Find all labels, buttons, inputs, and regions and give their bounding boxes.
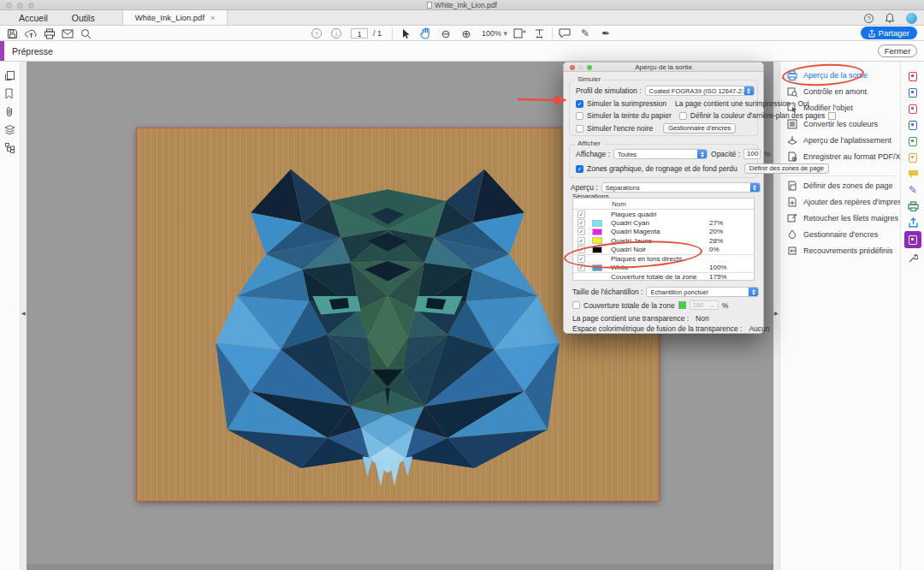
- sample-size-select[interactable]: Echantillon ponctuel: [646, 287, 759, 297]
- page-thumbnails-icon[interactable]: [4, 70, 16, 82]
- comment-tool-icon[interactable]: [907, 168, 919, 180]
- window-title: White_Ink_Lion.pdf: [427, 1, 497, 9]
- page-background-label: Définir la couleur d'arrière-plan des pa…: [690, 111, 826, 120]
- tools-strip: ✎: [900, 62, 924, 570]
- bookmarks-icon[interactable]: [4, 88, 16, 100]
- dialog-titlebar[interactable]: Aperçu de la sortie: [564, 62, 763, 72]
- tool-set-page-boxes[interactable]: Définir des zones de page: [787, 181, 893, 191]
- printer-marks-icon: [787, 197, 797, 207]
- email-icon[interactable]: [61, 27, 74, 40]
- ink-manager-button[interactable]: Gestionnaire d'encres: [663, 123, 736, 134]
- organize-pages-icon[interactable]: [907, 103, 919, 115]
- dialog-zoom-icon[interactable]: [587, 65, 592, 70]
- comment-icon[interactable]: [558, 27, 572, 40]
- plate-checkbox[interactable]: ✓: [578, 219, 585, 227]
- previous-page-icon[interactable]: ↑: [310, 27, 323, 40]
- tool-save-pdfx[interactable]: Enregistrer au format PDF/X: [787, 151, 901, 162]
- page-boxes-icon: [787, 181, 797, 191]
- right-pane-splitter[interactable]: ▶: [773, 62, 779, 570]
- tab-tools[interactable]: Outils: [60, 10, 107, 25]
- collapse-right-icon[interactable]: ▶: [774, 310, 779, 316]
- tool-ink-manager[interactable]: Gestionnaire d'encres: [787, 229, 878, 240]
- panel-divider: [785, 175, 895, 176]
- print-icon[interactable]: [43, 27, 56, 40]
- fit-width-icon[interactable]: [532, 27, 546, 40]
- export-pages-icon[interactable]: [907, 151, 919, 163]
- create-pdf-icon[interactable]: [907, 70, 919, 82]
- simulate-paper-checkbox[interactable]: [576, 112, 583, 120]
- plate-checkbox[interactable]: ✓: [578, 211, 585, 218]
- opacity-input[interactable]: 100: [743, 149, 761, 159]
- send-share-icon[interactable]: [907, 217, 919, 229]
- save-icon[interactable]: [5, 27, 19, 40]
- preview-mode-select[interactable]: Séparations: [601, 182, 761, 193]
- next-page-icon[interactable]: ↓: [329, 27, 343, 40]
- tool-add-printer-marks[interactable]: Ajouter des repères d'impression: [787, 197, 915, 207]
- tool-convert-colors[interactable]: Convertir les couleurs: [787, 119, 878, 129]
- edit-pdf-icon[interactable]: [907, 119, 919, 131]
- coverage-percent-label: %: [722, 301, 729, 310]
- tool-fix-hairlines[interactable]: Retoucher les filets maigres: [787, 213, 898, 223]
- page-zones-label: Zones graphique, de rognage et de fond p…: [587, 164, 737, 173]
- close-tab-icon[interactable]: ×: [210, 14, 215, 22]
- tool-settings-icon[interactable]: [907, 252, 919, 264]
- close-window-icon[interactable]: [6, 3, 12, 9]
- zoom-window-icon[interactable]: [28, 3, 34, 9]
- display-mode-select[interactable]: Toutes: [613, 149, 708, 159]
- page-background-checkbox[interactable]: [679, 112, 687, 120]
- tool-flattener-preview[interactable]: Aperçu de l'aplatissement: [787, 135, 891, 145]
- zoom-in-icon[interactable]: ⊕: [459, 27, 473, 40]
- zoom-out-icon[interactable]: ⊖: [439, 27, 453, 40]
- notifications-bell-icon[interactable]: [885, 13, 895, 24]
- tool-preflight[interactable]: Contrôle en amont: [787, 86, 867, 97]
- export-pdf-icon[interactable]: [907, 86, 919, 98]
- pencil-edit-icon[interactable]: ✎: [578, 27, 592, 40]
- tool-trap-presets[interactable]: Recouvrements prédéfinis: [787, 246, 893, 256]
- separations-table[interactable]: Nom ✓ Plaques quadri ✓ Quadri Cyan 27% ✓…: [572, 198, 755, 281]
- fill-sign-icon[interactable]: ✎: [907, 184, 919, 196]
- separation-row-process-plates[interactable]: ✓ Plaques quadri: [573, 210, 754, 218]
- simulate-black-ink-checkbox[interactable]: [576, 125, 583, 133]
- simulation-profile-select[interactable]: Coated FOGRA39 (ISO 12647-2:2004): [645, 86, 755, 96]
- hand-tool-icon[interactable]: [418, 27, 432, 40]
- left-pane-splitter[interactable]: ◀: [21, 62, 27, 570]
- plate-checkbox[interactable]: ✓: [578, 228, 585, 235]
- attachments-icon[interactable]: [4, 106, 16, 118]
- search-icon[interactable]: [79, 27, 92, 40]
- output-preview-dialog[interactable]: Aperçu de la sortie Simuler Profil de si…: [563, 62, 764, 334]
- dialog-close-icon[interactable]: [570, 65, 575, 70]
- cloud-upload-icon[interactable]: [24, 27, 38, 40]
- zoom-level-select[interactable]: 100% ▾: [482, 29, 507, 38]
- collapse-left-icon[interactable]: ◀: [21, 310, 26, 316]
- background-color-swatch[interactable]: [828, 112, 836, 120]
- print-production-icon[interactable]: [907, 200, 919, 212]
- layers-icon[interactable]: [4, 124, 16, 136]
- tab-home[interactable]: Accueil: [7, 10, 60, 25]
- fill-sign-pen-icon[interactable]: ✒: [599, 27, 613, 40]
- page-number-input[interactable]: 1: [351, 28, 368, 39]
- prepress-tools-panel: Aperçu de la sortie Contrôle en amont Mo…: [779, 62, 900, 570]
- help-icon[interactable]: ?: [864, 14, 874, 23]
- close-prepress-button[interactable]: Fermer: [878, 45, 917, 57]
- set-page-boxes-button[interactable]: Définir des zones de page: [744, 163, 829, 174]
- coverage-color-swatch[interactable]: [678, 301, 686, 309]
- current-tool-icon[interactable]: [904, 231, 921, 248]
- simulate-overprint-checkbox[interactable]: ✓: [576, 100, 583, 108]
- dialog-window-controls[interactable]: [570, 65, 592, 70]
- window-controls[interactable]: [6, 3, 34, 9]
- separations-header: Nom: [573, 199, 754, 210]
- plate-checkbox[interactable]: ✓: [578, 237, 585, 245]
- tags-structure-icon[interactable]: [4, 142, 16, 154]
- combine-files-icon[interactable]: [907, 135, 919, 147]
- tab-document[interactable]: White_Ink_Lion.pdf ×: [122, 10, 228, 25]
- separation-row-cyan[interactable]: ✓ Quadri Cyan 27%: [573, 218, 754, 227]
- page-display-icon[interactable]: [513, 27, 527, 40]
- total-coverage-checkbox[interactable]: [572, 301, 580, 309]
- separation-row-magenta[interactable]: ✓ Quadri Magenta 20%: [573, 228, 754, 236]
- simulation-profile-label: Profil de simulation :: [576, 86, 642, 95]
- account-avatar[interactable]: [906, 13, 917, 24]
- minimize-window-icon[interactable]: [17, 3, 23, 9]
- share-button[interactable]: Partager: [861, 27, 917, 39]
- select-tool-icon[interactable]: [399, 27, 412, 40]
- page-zones-checkbox[interactable]: ✓: [576, 165, 583, 173]
